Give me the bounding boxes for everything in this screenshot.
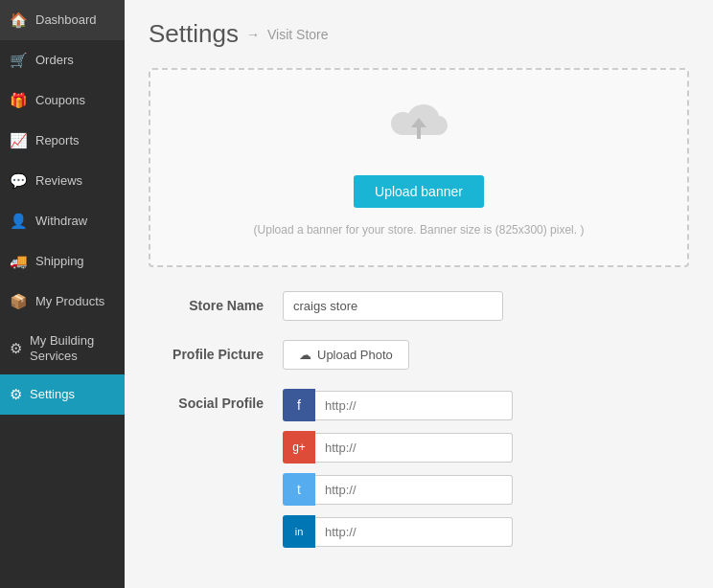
sidebar-item-coupons[interactable]: 🎁 Coupons	[0, 80, 125, 121]
banner-upload-area: Upload banner (Upload a banner for your …	[149, 68, 689, 267]
dashboard-icon: 🏠	[10, 11, 28, 29]
twitter-input[interactable]	[315, 475, 513, 505]
store-name-row: Store Name	[158, 291, 679, 321]
linkedin-input[interactable]	[315, 517, 513, 547]
profile-picture-field: ☁ Upload Photo	[283, 340, 679, 370]
sidebar-label: Orders	[35, 53, 74, 68]
coupons-icon: 🎁	[10, 92, 28, 109]
sidebar-label: Settings	[30, 387, 75, 402]
facebook-icon: f	[283, 389, 315, 421]
main-content: Settings → Visit Store Upload banner (Up…	[125, 0, 713, 588]
google-row: g+	[283, 431, 513, 464]
sidebar-label: Reviews	[35, 173, 82, 189]
store-name-input[interactable]	[283, 291, 503, 321]
sidebar-label: Shipping	[35, 254, 84, 269]
reports-icon: 📈	[10, 132, 28, 149]
social-profile-label: Social Profile	[158, 389, 283, 411]
sidebar-label: My Products	[35, 294, 104, 309]
sidebar-label: Withdraw	[35, 214, 87, 229]
page-header: Settings → Visit Store	[149, 19, 689, 49]
profile-picture-label: Profile Picture	[158, 340, 283, 362]
sidebar-label: My Building Services	[30, 333, 115, 363]
social-profile-row: Social Profile f g+ t in	[158, 389, 679, 557]
sidebar: 🏠 Dashboard 🛒 Orders 🎁 Coupons 📈 Reports…	[0, 0, 125, 588]
sidebar-item-reviews[interactable]: 💬 Reviews	[0, 161, 125, 201]
sidebar-item-withdraw[interactable]: 👤 Withdraw	[0, 201, 125, 241]
linkedin-icon: in	[283, 515, 315, 548]
settings-form: Store Name Profile Picture ☁ Upload Phot…	[149, 291, 689, 557]
sidebar-item-settings[interactable]: ⚙ Settings	[0, 374, 125, 415]
facebook-input[interactable]	[315, 391, 513, 420]
settings-icon: ⚙	[10, 386, 22, 403]
profile-picture-row: Profile Picture ☁ Upload Photo	[158, 340, 679, 370]
upload-photo-button[interactable]: ☁ Upload Photo	[283, 340, 409, 370]
sidebar-item-my-products[interactable]: 📦 My Products	[0, 282, 125, 322]
social-profile-field: f g+ t in	[283, 389, 679, 557]
sidebar-item-reports[interactable]: 📈 Reports	[0, 121, 125, 161]
reviews-icon: 💬	[10, 172, 28, 190]
sidebar-item-dashboard[interactable]: 🏠 Dashboard	[0, 0, 125, 40]
upload-photo-icon: ☁	[299, 348, 311, 362]
orders-icon: 🛒	[10, 52, 28, 69]
shipping-icon: 🚚	[10, 253, 28, 270]
my-products-icon: 📦	[10, 293, 28, 310]
banner-hint: (Upload a banner for your store. Banner …	[254, 223, 585, 237]
sidebar-item-shipping[interactable]: 🚚 Shipping	[0, 241, 125, 282]
sidebar-label: Coupons	[35, 93, 85, 108]
visit-store-link[interactable]: Visit Store	[267, 27, 329, 42]
sidebar-label: Reports	[35, 133, 80, 148]
building-services-icon: ⚙	[10, 340, 22, 357]
google-input[interactable]	[315, 433, 513, 463]
sidebar-item-orders[interactable]: 🛒 Orders	[0, 40, 125, 80]
withdraw-icon: 👤	[10, 213, 28, 230]
twitter-row: t	[283, 473, 513, 506]
sidebar-label: Dashboard	[35, 12, 97, 28]
store-name-label: Store Name	[158, 291, 283, 313]
twitter-icon: t	[283, 473, 315, 506]
page-title: Settings	[149, 19, 239, 49]
cloud-upload-icon	[385, 99, 452, 161]
facebook-row: f	[283, 389, 513, 421]
breadcrumb-arrow: →	[246, 27, 260, 42]
store-name-field	[283, 291, 679, 321]
upload-banner-button[interactable]: Upload banner	[354, 175, 484, 208]
sidebar-item-building-services[interactable]: ⚙ My Building Services	[0, 322, 125, 374]
google-icon: g+	[283, 431, 315, 464]
upload-photo-label: Upload Photo	[317, 348, 393, 362]
linkedin-row: in	[283, 515, 513, 548]
